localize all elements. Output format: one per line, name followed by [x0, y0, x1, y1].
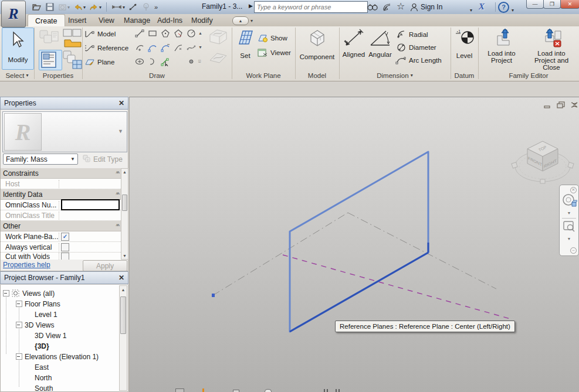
project-browser-close-icon[interactable]: ✕: [118, 274, 124, 282]
draw-circle-button[interactable]: [185, 28, 197, 39]
navbar-collapse-icon[interactable]: –: [570, 247, 577, 254]
tree-item-3d-views[interactable]: 3D Views: [16, 320, 54, 330]
draw-pick-line-button[interactable]: [160, 56, 171, 67]
drawing-area[interactable]: TOP FRONT RIGHT ✕ ▼ ▼ – Reference P: [129, 97, 579, 392]
select-panel-label[interactable]: Select ▾: [0, 71, 34, 80]
favorites-button[interactable]: ☆: [397, 1, 405, 11]
view-close-icon[interactable]: [570, 101, 579, 108]
work-plane-based-checkbox[interactable]: ✓: [61, 233, 69, 241]
scroll-up-icon[interactable]: ▲: [120, 288, 127, 292]
viewcube-compass-south[interactable]: [540, 179, 545, 183]
diameter-dimension-button[interactable]: Diameter: [397, 43, 436, 52]
view-scale-icon[interactable]: [175, 388, 184, 392]
project-browser-scroll-thumb[interactable]: [120, 296, 126, 334]
properties-close-icon[interactable]: ✕: [118, 99, 124, 107]
title-flyout-icon[interactable]: ▶: [249, 3, 253, 9]
tag-button[interactable]: 1: [140, 2, 152, 12]
draw-point-button[interactable]: [185, 56, 197, 67]
reference-plane-line-left[interactable]: [213, 213, 348, 295]
sync-button[interactable]: ▾: [57, 2, 71, 12]
undo-button[interactable]: ▾: [72, 2, 87, 12]
angular-dimension-button[interactable]: Angular: [367, 28, 393, 50]
tree-item-east[interactable]: East: [35, 362, 49, 372]
group-other[interactable]: Other ^^: [1, 221, 121, 231]
sign-in-button[interactable]: Sign In: [410, 2, 442, 12]
property-row-omniclass-title[interactable]: OmniClass Title: [1, 210, 121, 221]
type-selector[interactable]: R ▼: [2, 111, 127, 152]
viewcube-rotate-left[interactable]: [512, 162, 517, 168]
draw-line-button[interactable]: [134, 28, 145, 39]
properties-scrollbar[interactable]: ▲ ▼: [121, 168, 128, 260]
properties-help-link[interactable]: Properties help: [3, 261, 50, 269]
draw-scroll-down[interactable]: ▼: [198, 45, 202, 49]
draw-arc-startend-button[interactable]: [147, 42, 158, 53]
modify-button[interactable]: Modify: [2, 28, 34, 70]
scroll-down-icon[interactable]: ▼: [121, 254, 128, 258]
window-maximize-button[interactable]: ❐: [543, 0, 561, 9]
property-row-omniclass-number[interactable]: OmniClass Nu...: [1, 200, 121, 210]
tab-insert[interactable]: Insert: [61, 14, 93, 26]
ribbon-minimize-dropdown[interactable]: ▾: [250, 18, 253, 23]
navbar-close-icon[interactable]: ✕: [570, 187, 577, 193]
search-button[interactable]: [367, 2, 378, 12]
model-panel-label[interactable]: Model: [295, 71, 339, 80]
property-row-always-vertical[interactable]: Always vertical: [1, 242, 121, 253]
properties-panel-label[interactable]: Properties: [34, 71, 82, 80]
radial-dimension-button[interactable]: Radial: [397, 30, 428, 39]
component-button[interactable]: Component: [298, 28, 336, 50]
tree-item-3d-view-1[interactable]: 3D View 1: [35, 330, 66, 340]
save-button[interactable]: [45, 2, 56, 12]
selected-reference-plane-extents[interactable]: [290, 152, 428, 332]
datum-panel-label[interactable]: Datum: [451, 71, 478, 80]
draw-reference-line-button[interactable]: Reference: [84, 44, 128, 52]
tree-item-south[interactable]: South: [35, 383, 53, 392]
collapse-chevron-icon[interactable]: ^^: [116, 192, 118, 197]
ribbon-minimize-toggle[interactable]: ▲: [232, 16, 249, 25]
tab-modify[interactable]: Modify: [184, 14, 220, 26]
detail-level-icon[interactable]: [202, 388, 204, 392]
selected-reference-plane-edge[interactable]: [290, 253, 428, 332]
type-selector-dropdown-icon[interactable]: ▼: [118, 128, 123, 134]
project-browser-scrollbar[interactable]: ▲: [119, 285, 127, 391]
viewer-button[interactable]: Viewer: [258, 48, 291, 57]
steering-wheel-dropdown[interactable]: ▼: [560, 211, 578, 215]
collapse-box-icon[interactable]: [16, 301, 22, 307]
properties-palette-button[interactable]: [39, 50, 62, 70]
communication-center-button[interactable]: [382, 2, 393, 12]
set-workplane-button[interactable]: Set: [235, 29, 256, 49]
tab-create[interactable]: Create: [28, 14, 65, 27]
type-properties-button[interactable]: [62, 50, 83, 71]
draw-expand-gallery[interactable]: ⍗: [198, 59, 201, 64]
help-button[interactable]: ?: [498, 2, 509, 12]
zoom-dropdown[interactable]: ▼: [560, 237, 578, 241]
shadows-icon[interactable]: [324, 389, 325, 392]
draw-model-line-button[interactable]: Model: [84, 30, 116, 38]
level-button[interactable]: -1 Level: [452, 29, 477, 48]
sun-path-icon[interactable]: [265, 389, 272, 392]
work-plane-panel-label[interactable]: Work Plane: [232, 71, 295, 80]
view-restore-icon[interactable]: [557, 101, 566, 108]
aligned-dimension-button[interactable]: Aligned: [341, 28, 366, 50]
highlighted-reference-plane[interactable]: [283, 255, 512, 319]
draw-plane-button[interactable]: Plane: [84, 58, 114, 66]
redo-button[interactable]: ▾: [88, 2, 103, 12]
open-button[interactable]: [31, 2, 43, 12]
draw-ellipse-button[interactable]: [134, 56, 145, 67]
draw-rectangle-button[interactable]: [147, 28, 158, 39]
group-constraints[interactable]: Constraints ^^: [1, 168, 121, 179]
arc-length-dimension-button[interactable]: Arc Length: [395, 56, 442, 64]
draw-circumscribed-polygon-button[interactable]: [172, 28, 184, 39]
family-category-button[interactable]: [62, 28, 83, 50]
omniclass-number-input[interactable]: [61, 199, 120, 210]
draw-arc-center-button[interactable]: [134, 42, 145, 53]
load-into-project-close-button[interactable]: Load intoProject and Close: [525, 28, 578, 49]
always-vertical-checkbox[interactable]: [61, 243, 69, 251]
steering-wheel-icon[interactable]: [562, 193, 577, 209]
search-input[interactable]: [254, 1, 368, 13]
viewcube-rotate-right[interactable]: [568, 162, 574, 168]
draw-partial-ellipse-button[interactable]: [147, 56, 158, 67]
draw-on-face-button[interactable]: [208, 28, 229, 48]
family-filter-combo[interactable]: Family: Mass ▼: [3, 154, 78, 165]
collapse-box-icon[interactable]: [16, 353, 22, 360]
draw-spline-button[interactable]: [185, 42, 197, 53]
